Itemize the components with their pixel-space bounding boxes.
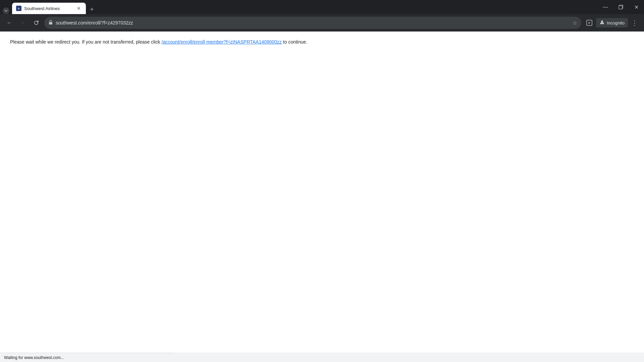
svg-rect-2: [619, 6, 622, 9]
svg-rect-4: [587, 20, 592, 25]
browser-chrome: ✈ Southwest Airlines ✕ + — ✕ ← →: [0, 0, 644, 32]
forward-button[interactable]: →: [17, 17, 28, 28]
page-content: Please wait while we redirect you. If yo…: [0, 32, 644, 353]
more-options-button[interactable]: ⋮: [629, 17, 640, 28]
bookmark-icon[interactable]: ☆: [573, 20, 577, 26]
close-button[interactable]: ✕: [629, 0, 644, 14]
restore-button[interactable]: [613, 0, 629, 14]
svg-rect-3: [49, 22, 52, 24]
nav-right-controls: Incognito ⋮: [584, 17, 640, 28]
status-bar: Waiting for www.southwest.com...: [0, 353, 174, 362]
active-tab[interactable]: ✈ Southwest Airlines ✕: [12, 3, 86, 14]
lock-icon: [48, 20, 53, 26]
url-input[interactable]: southwest.com/enroll/?f=z4297032zz: [56, 20, 570, 25]
redirect-link[interactable]: /account/enroll/enroll-member?f=zINASPRT…: [161, 39, 282, 45]
tab-close-button[interactable]: ✕: [76, 5, 82, 11]
svg-text:✈: ✈: [17, 7, 20, 10]
redirect-text-after: to continue.: [282, 39, 307, 45]
nav-bar: ← → southwest.com/enroll/?f=z4297032zz ☆: [0, 14, 644, 32]
incognito-icon: [599, 19, 605, 26]
redirect-text-before: Please wait while we redirect you. If yo…: [10, 39, 161, 45]
tab-bar: ✈ Southwest Airlines ✕ + — ✕: [0, 0, 644, 14]
reload-button[interactable]: [31, 17, 42, 28]
tab-left-controls: [0, 7, 12, 14]
incognito-button[interactable]: Incognito: [596, 18, 628, 27]
status-text: Waiting for www.southwest.com...: [4, 355, 64, 360]
back-button[interactable]: ←: [4, 17, 15, 28]
redirect-message: Please wait while we redirect you. If yo…: [0, 32, 644, 52]
minimize-button[interactable]: —: [598, 0, 613, 14]
address-bar[interactable]: southwest.com/enroll/?f=z4297032zz ☆: [44, 17, 581, 29]
incognito-label: Incognito: [607, 20, 625, 25]
tab-expand-button[interactable]: [3, 7, 9, 14]
tab-favicon-icon: ✈: [16, 6, 21, 11]
profile-button[interactable]: [584, 17, 595, 28]
window-controls: — ✕: [598, 0, 644, 14]
tab-title: Southwest Airlines: [24, 6, 73, 11]
new-tab-button[interactable]: +: [87, 5, 97, 14]
